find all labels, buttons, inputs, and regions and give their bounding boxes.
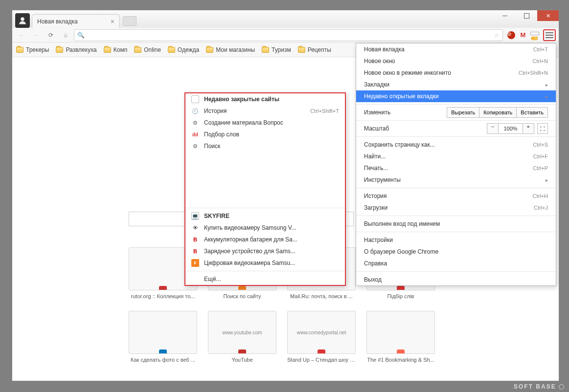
folder-icon [206,47,213,53]
bookmark-folder[interactable]: Туризм [262,46,291,53]
menu-exit[interactable]: Выход [356,274,556,285]
bookmark-folder[interactable]: Развлекуха [56,46,96,53]
zoom-out-button[interactable]: − [487,123,499,134]
menu-find[interactable]: Найти...Ctrl+F [356,151,556,162]
gear-icon: ⚙ [191,119,199,127]
paste-button[interactable]: Вставить [517,107,548,118]
submenu-header: Недавно закрытые сайты [185,93,345,105]
window-close-button[interactable] [537,10,559,21]
main-menu: Новая вкладкаCtrl+T Новое окноCtrl+N Нов… [356,43,556,286]
cut-button[interactable]: Вырезать [447,107,479,118]
copy-button[interactable]: Копировать [479,107,517,118]
menu-history[interactable]: ИсторияCtrl+H [356,190,556,202]
browser-tab[interactable]: Новая вкладка × [32,14,120,28]
recent-tabs-submenu: Недавно закрытые сайты 🕘ИсторияCtrl+Shif… [184,92,346,286]
svg-point-0 [21,17,24,21]
menu-about[interactable]: О браузере Google Chrome [356,246,556,258]
bookmark-folder[interactable]: Трекеры [16,46,49,53]
submenu-item[interactable]: ılılПодбор слов [185,129,345,140]
menu-new-window[interactable]: Новое окноCtrl+N [356,55,556,67]
submenu-item[interactable]: ВЗарядное устройство для Sams... [185,245,345,257]
folder-icon [262,47,269,53]
window-controls [494,10,559,21]
title-bar: Новая вкладка × [12,10,559,28]
menu-recent-tabs[interactable]: Недавно открытые вкладки [356,90,556,102]
zoom-value: 100% [499,123,522,134]
address-bar[interactable]: 🔍 ☆ [74,29,503,41]
favicon: В [191,236,199,243]
menu-zoom-row: Масштаб − 100% + ⛶ [356,123,556,134]
submenu-item[interactable]: ⚙Создание материала Вопрос [185,117,345,129]
window-icon [191,95,199,103]
speed-dial-tile[interactable]: Как сделать фото с веб ... [129,311,197,363]
maximize-button[interactable] [516,10,537,21]
tab-title: Новая вкладка [37,18,108,25]
bookmark-folder[interactable]: Рецепты [298,46,331,53]
forward-button[interactable]: → [30,29,43,41]
menu-new-tab[interactable]: Новая вкладкаCtrl+T [356,44,556,55]
submenu-item[interactable]: 👁Купить видеокамеру Samsung V... [185,222,345,234]
zoom-in-button[interactable]: + [523,123,534,134]
folder-icon [104,47,111,53]
submenu-item[interactable]: ⚙Поиск [185,140,345,152]
submenu-more[interactable]: Ещё... [185,273,345,285]
submenu-item[interactable]: ВАккумуляторная батарея для Sa... [185,234,345,245]
extension-icons: ⊘ M 12k [505,31,541,40]
adblock-icon[interactable]: ⊘ [507,31,516,40]
menu-tools[interactable]: Инструменты [356,174,556,186]
main-menu-button[interactable] [543,29,556,41]
submenu-item[interactable]: FЦифровая видеокамера Samsu... [185,257,345,269]
search-icon: 🔍 [77,32,85,39]
app-icon [15,13,30,28]
gmail-icon[interactable]: M [519,31,527,40]
clock-icon: 🕘 [191,107,199,115]
reload-button[interactable]: ⟳ [45,29,57,41]
watermark: SOFT BASE [514,383,564,390]
folder-icon [56,47,63,53]
folder-icon [16,47,23,53]
url-input[interactable] [87,32,492,39]
menu-bookmarks[interactable]: Закладки [356,79,556,90]
folder-icon [134,47,141,53]
menu-incognito[interactable]: Новое окно в режиме инкогнитоCtrl+Shift+… [356,67,556,79]
bookmark-folder[interactable]: Одежда [168,46,199,53]
bars-icon: ılıl [191,131,199,138]
savefrom-icon[interactable]: 12k [530,31,539,40]
laptop-icon: 💻 [191,212,199,220]
home-button[interactable]: ⌂ [59,29,72,41]
bookmark-folder[interactable]: Мои магазины [206,46,255,53]
new-tab-button[interactable] [123,16,137,26]
menu-help[interactable]: Справка [356,258,556,269]
minimize-button[interactable] [494,10,516,21]
browser-window: Новая вкладка × ← → ⟳ ⌂ 🔍 ☆ ⊘ M [12,10,559,381]
menu-print[interactable]: Печать...Ctrl+P [356,162,556,174]
folder-icon [168,47,175,53]
close-tab-icon[interactable]: × [108,18,114,25]
speed-dial-tile[interactable]: The #1 Bookmarking & Sh... [366,311,435,363]
menu-edit-row: Изменить Вырезать Копировать Вставить [356,107,556,118]
speed-dial-tile[interactable]: www.comedyportal.netStand Up – Стендап ш… [287,311,356,363]
gear-icon: ⚙ [191,142,199,150]
menu-save-as[interactable]: Сохранить страницу как...Ctrl+S [356,139,556,151]
menu-settings[interactable]: Настройки [356,234,556,246]
favicon: В [191,247,199,255]
menu-signed-in[interactable]: Выполнен вход под именем [356,218,556,230]
bookmark-folder[interactable]: Комп [104,46,127,53]
toolbar: ← → ⟳ ⌂ 🔍 ☆ ⊘ M 12k [12,28,559,43]
back-button[interactable]: ← [15,29,28,41]
fullscreen-button[interactable]: ⛶ [537,123,548,134]
menu-downloads[interactable]: ЗагрузкиCtrl+J [356,202,556,214]
submenu-device-header: 💻SKYFIRE [185,210,345,222]
submenu-item-history[interactable]: 🕘ИсторияCtrl+Shift+T [185,105,345,117]
bookmark-folder[interactable]: Online [134,46,161,53]
speed-dial-tile[interactable]: www.youtube.comYouTube [208,311,276,363]
favicon: F [191,259,199,267]
folder-icon [298,47,305,53]
favicon: 👁 [191,224,199,232]
bookmark-star-icon[interactable]: ☆ [494,32,500,39]
